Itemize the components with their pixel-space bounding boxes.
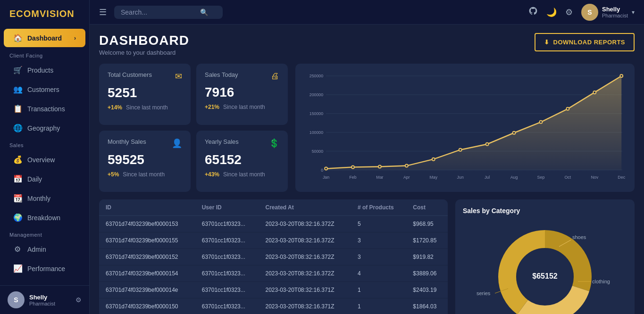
app-logo: ECOMVISION <box>0 0 89 28</box>
svg-point-15 <box>405 165 408 167</box>
search-bar[interactable]: 🔍 <box>114 6 223 19</box>
sidebar-section-sales: Sales <box>0 138 89 150</box>
svg-text:Jul: Jul <box>485 174 490 179</box>
svg-text:Dec: Dec <box>618 174 625 179</box>
svg-text:$65152: $65152 <box>532 272 557 280</box>
sidebar-item-admin[interactable]: ⚙ Admin <box>4 240 85 258</box>
sidebar-item-products[interactable]: 🛒 Products <box>4 61 85 79</box>
svg-text:50000: 50000 <box>312 149 324 154</box>
stat-card-header: Yearly Sales 💲 <box>205 138 279 149</box>
cell-cost: $1720.85 <box>406 232 448 248</box>
cell-cost: $968.95 <box>406 215 448 232</box>
stat-change: +21% <box>205 104 219 110</box>
col-header-id: ID <box>99 199 195 216</box>
user-role: Pharmacist <box>602 13 628 18</box>
stat-period: Since last month <box>126 104 168 111</box>
table-row: 63701d74f03239bef0000155 63701cc1f0323..… <box>99 232 448 248</box>
svg-text:0: 0 <box>321 168 323 173</box>
sidebar-item-customers[interactable]: 👥 Customers <box>4 80 85 99</box>
stat-change: +5% <box>108 171 119 178</box>
cell-created-at: 2023-03-20T08:32:16.371Z <box>259 281 351 298</box>
sidebar-item-label: Dashboard <box>27 34 62 42</box>
stat-title: Total Customers <box>108 71 152 78</box>
svg-point-12 <box>325 167 327 170</box>
stat-card-header: Total Customers ✉ <box>108 71 182 82</box>
cell-user-id: 63701cc1f0323... <box>195 215 259 232</box>
svg-point-16 <box>432 158 435 161</box>
home-icon: 🏠 <box>13 33 22 42</box>
stat-card-yearly-sales: Yearly Sales 💲 65152 +43% Since last mon… <box>196 131 288 192</box>
table-row: 63701d74f03239bef0000150 63701cc1f0323..… <box>99 298 448 314</box>
sidebar-item-label: Customers <box>27 86 59 93</box>
donut-title: Sales by Category <box>463 207 627 215</box>
cell-created-at: 2023-03-20T08:32:16.372Z <box>259 232 351 248</box>
svg-text:200000: 200000 <box>309 92 323 97</box>
page-header: DASHBOARD Welcome to your dashboard ⬇ DO… <box>99 33 635 56</box>
menu-icon[interactable]: ☰ <box>99 7 107 17</box>
sidebar-item-breakdown[interactable]: 🌍 Breakdown <box>4 208 85 227</box>
stat-title: Monthly Sales <box>108 138 146 145</box>
sidebar-item-daily[interactable]: 📅 Daily <box>4 170 85 188</box>
table-row: 63701d74f03239bef0000154 63701cc1f0323..… <box>99 265 448 281</box>
stat-period: Since last month <box>223 171 265 178</box>
svg-text:clothing: clothing <box>592 279 610 284</box>
avatar: S <box>581 4 598 21</box>
sidebar-item-label: Admin <box>27 246 46 253</box>
topbar-user[interactable]: S Shelly Pharmacist ▾ <box>581 4 635 21</box>
stat-value: 5251 <box>108 85 182 100</box>
svg-text:series: series <box>477 290 491 296</box>
topbar-right: 🌙 ⚙ S Shelly Pharmacist ▾ <box>528 4 635 21</box>
stat-footer: +14% Since last month <box>108 104 182 111</box>
col-header-created-at: Created At <box>259 199 351 216</box>
svg-text:shoes: shoes <box>572 234 586 240</box>
sidebar-item-dashboard[interactable]: 🏠 Dashboard › <box>4 29 85 47</box>
sidebar-item-performance[interactable]: 📈 Performance <box>4 259 85 278</box>
sidebar-item-label: Performance <box>27 265 65 273</box>
user-info: Shelly Pharmacist <box>602 6 628 18</box>
cell-id: 63701d74f03239bef000014e <box>99 281 195 298</box>
products-icon: 🛒 <box>13 66 22 74</box>
table-donut-row: ID User ID Created At # of Products Cost… <box>99 199 635 314</box>
page-title: DASHBOARD <box>99 33 189 48</box>
cell-products: 3 <box>351 232 406 248</box>
donut-chart-wrapper: $65152 shoes clothing series <box>463 220 627 314</box>
svg-text:Jan: Jan <box>323 174 329 179</box>
sidebar-item-transactions[interactable]: 📋 Transactions <box>4 99 85 118</box>
table-row: 63701d74f03239bef000014e 63701cc1f0323..… <box>99 281 448 298</box>
cell-user-id: 63701cc1f0323... <box>195 281 259 298</box>
stat-period: Since last month <box>223 104 265 110</box>
svg-text:Mar: Mar <box>376 174 383 179</box>
svg-text:250000: 250000 <box>309 74 323 78</box>
cell-created-at: 2023-03-20T08:32:16.372Z <box>259 265 351 281</box>
page-subtitle: Welcome to your dashboard <box>99 49 189 56</box>
sidebar-item-geography[interactable]: 🌐 Geography <box>4 119 85 137</box>
stat-card-header: Monthly Sales 👤 <box>108 138 182 149</box>
cell-created-at: 2023-03-20T08:32:16.372Z <box>259 248 351 265</box>
settings-icon[interactable]: ⚙ <box>75 296 82 304</box>
stat-footer: +43% Since last month <box>205 171 279 178</box>
download-reports-button[interactable]: ⬇ DOWNLOAD REPORTS <box>535 33 635 51</box>
stat-card-header: Sales Today 🖨 <box>205 71 279 81</box>
stat-icon: ✉ <box>175 71 182 82</box>
cell-products: 4 <box>351 265 406 281</box>
sidebar-item-label: Geography <box>27 124 60 132</box>
stats-chart-row: Total Customers ✉ 5251 +14% Since last m… <box>99 64 635 192</box>
svg-text:Aug: Aug <box>510 174 518 179</box>
cell-products: 3 <box>351 248 406 265</box>
stat-value: 7916 <box>205 85 279 100</box>
svg-point-17 <box>459 149 462 151</box>
dark-mode-icon[interactable]: 🌙 <box>546 7 557 17</box>
github-icon[interactable] <box>528 6 538 18</box>
svg-point-13 <box>351 166 354 169</box>
search-icon: 🔍 <box>200 8 208 16</box>
sidebar-item-overview[interactable]: 💰 Overview <box>4 150 85 169</box>
sidebar-section-client: Client Facing <box>0 48 89 60</box>
cell-id: 63701d74f03239bef0000153 <box>99 215 195 232</box>
sidebar-item-label: Monthly <box>27 195 50 202</box>
svg-text:Jun: Jun <box>457 174 464 179</box>
sidebar-item-monthly[interactable]: 📆 Monthly <box>4 189 85 207</box>
donut-chart-container: Sales by Category <box>455 199 635 314</box>
settings-icon[interactable]: ⚙ <box>565 7 573 17</box>
search-input[interactable] <box>121 8 196 16</box>
svg-point-14 <box>378 165 381 168</box>
